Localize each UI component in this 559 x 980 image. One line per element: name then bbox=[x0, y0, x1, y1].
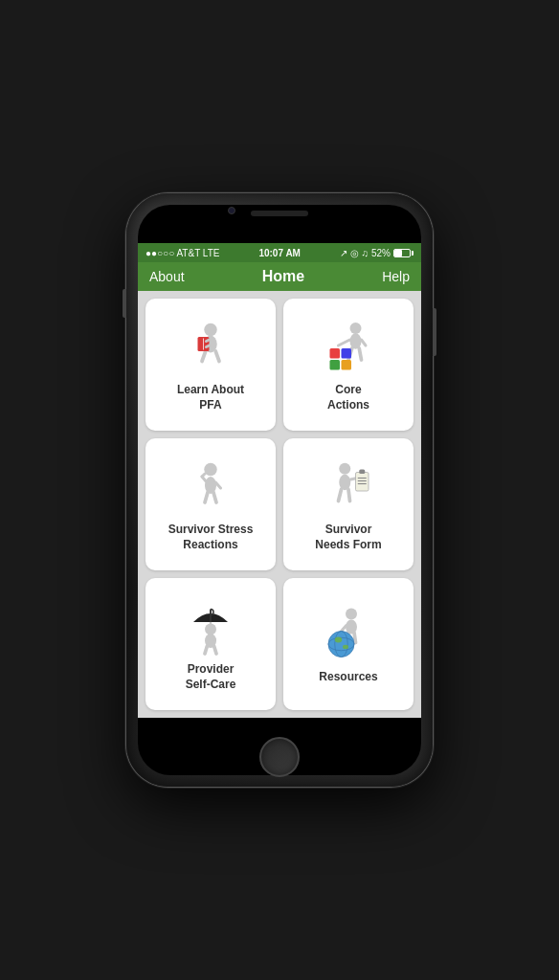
svg-point-8 bbox=[350, 323, 362, 334]
svg-line-24 bbox=[213, 493, 216, 503]
resources-icon bbox=[318, 605, 379, 666]
svg-point-25 bbox=[339, 463, 350, 475]
about-button[interactable]: About bbox=[149, 269, 185, 284]
status-time: 10:07 AM bbox=[258, 248, 301, 258]
nav-bar: About Home Help bbox=[138, 262, 421, 291]
phone-frame: ●●○○○ AT&T LTE 10:07 AM ↗ ◎ ♫ 52% Abou bbox=[126, 193, 433, 787]
svg-line-11 bbox=[362, 340, 367, 345]
core-actions-label: CoreActions bbox=[327, 383, 369, 412]
svg-point-0 bbox=[204, 323, 217, 337]
svg-line-41 bbox=[214, 647, 216, 655]
svg-rect-15 bbox=[342, 348, 352, 359]
svg-line-13 bbox=[359, 348, 361, 360]
grid-item-resources[interactable]: Resources bbox=[283, 578, 414, 710]
svg-line-3 bbox=[215, 351, 219, 362]
status-left: ●●○○○ AT&T LTE bbox=[145, 248, 219, 258]
status-icons: ↗ ◎ ♫ bbox=[340, 248, 369, 258]
svg-rect-29 bbox=[359, 470, 365, 475]
svg-point-50 bbox=[335, 637, 343, 643]
svg-point-51 bbox=[343, 645, 348, 650]
svg-line-6 bbox=[207, 340, 210, 342]
grid-item-learn-about-pfa[interactable]: Learn AboutPFA bbox=[145, 299, 276, 431]
grid-item-self-care[interactable]: ProviderSelf-Care bbox=[145, 578, 276, 710]
resources-label: Resources bbox=[319, 670, 377, 685]
status-right: ↗ ◎ ♫ 52% bbox=[340, 248, 414, 258]
core-actions-icon bbox=[318, 318, 379, 379]
svg-rect-28 bbox=[356, 473, 369, 492]
battery-percent: 52% bbox=[371, 248, 391, 258]
battery-icon bbox=[393, 249, 414, 257]
speaker bbox=[251, 211, 308, 216]
svg-rect-14 bbox=[330, 348, 341, 359]
svg-point-42 bbox=[346, 609, 357, 620]
home-grid: Learn AboutPFA bbox=[138, 291, 421, 718]
svg-line-40 bbox=[205, 647, 207, 655]
phone-inner: ●●○○○ AT&T LTE 10:07 AM ↗ ◎ ♫ 52% Abou bbox=[138, 205, 421, 775]
grid-item-core-actions[interactable]: CoreActions bbox=[283, 299, 414, 431]
status-bar: ●●○○○ AT&T LTE 10:07 AM ↗ ◎ ♫ 52% bbox=[138, 243, 421, 262]
camera bbox=[228, 207, 235, 214]
survivor-needs-icon bbox=[318, 457, 379, 519]
svg-line-10 bbox=[339, 340, 350, 345]
svg-line-46 bbox=[354, 633, 356, 643]
svg-line-2 bbox=[202, 351, 206, 362]
self-care-label: ProviderSelf-Care bbox=[186, 662, 236, 692]
learn-about-pfa-icon bbox=[180, 318, 241, 379]
survivor-stress-icon bbox=[180, 457, 241, 519]
help-button[interactable]: Help bbox=[382, 269, 410, 284]
svg-line-44 bbox=[342, 626, 347, 632]
svg-rect-17 bbox=[342, 360, 352, 370]
grid-item-survivor-needs[interactable]: SurvivorNeeds Form bbox=[283, 438, 414, 570]
learn-about-pfa-label: Learn AboutPFA bbox=[177, 383, 244, 412]
home-button[interactable] bbox=[259, 737, 300, 777]
survivor-stress-label: Survivor StressReactions bbox=[168, 523, 254, 552]
svg-line-23 bbox=[205, 493, 208, 503]
svg-rect-16 bbox=[330, 360, 341, 370]
self-care-icon bbox=[180, 597, 241, 658]
svg-line-22 bbox=[215, 482, 220, 488]
svg-line-34 bbox=[348, 490, 350, 501]
svg-line-33 bbox=[339, 490, 342, 501]
svg-point-47 bbox=[328, 632, 354, 657]
grid-item-survivor-stress[interactable]: Survivor StressReactions bbox=[145, 438, 276, 570]
carrier-text: ●●○○○ AT&T LTE bbox=[145, 248, 219, 258]
screen: ●●○○○ AT&T LTE 10:07 AM ↗ ◎ ♫ 52% Abou bbox=[138, 243, 421, 718]
home-title: Home bbox=[262, 268, 304, 285]
svg-line-7 bbox=[207, 345, 210, 347]
survivor-needs-label: SurvivorNeeds Form bbox=[315, 523, 381, 552]
svg-line-21 bbox=[202, 474, 205, 477]
